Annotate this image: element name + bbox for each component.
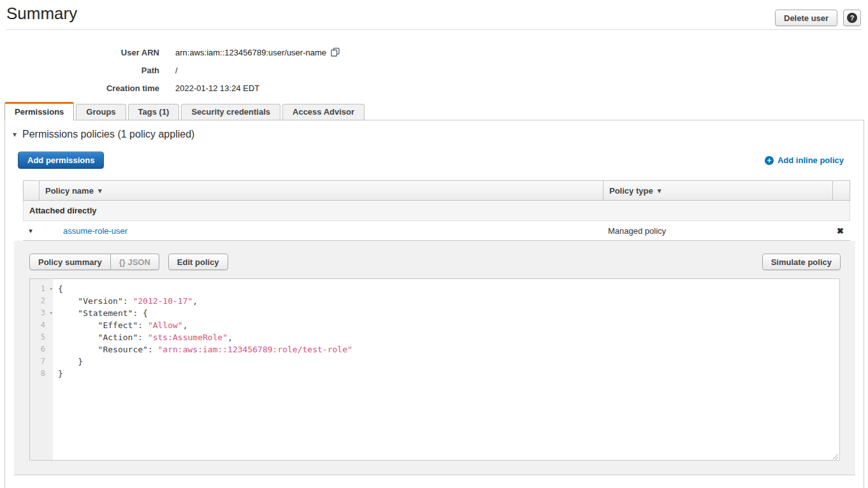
user-summary-fields: User ARN arn:aws:iam::123456789:user/use… [0, 43, 340, 97]
field-row-user-arn: User ARN arn:aws:iam::123456789:user/use… [0, 43, 340, 61]
code-line: "Resource": "arn:aws:iam::123456789:role… [58, 343, 839, 355]
policy-type-value: Managed policy [602, 226, 832, 236]
editor-resize-handle[interactable] [830, 451, 839, 459]
user-arn-value: arn:aws:iam::123456789:user/user-name [175, 48, 326, 57]
policy-summary-button[interactable]: Policy summary [29, 254, 111, 270]
add-inline-policy-link[interactable]: + Add inline policy [765, 155, 844, 165]
json-view-button[interactable]: {} JSON [111, 254, 159, 270]
gutter-line-number: 8 [30, 368, 53, 380]
policy-table-row: ▾ assume-role-user Managed policy ✖ [23, 221, 850, 241]
expand-column-header [24, 181, 39, 200]
actions-column-header [832, 181, 850, 200]
path-label: Path [0, 66, 159, 75]
gutter-line-number: 3▾ [30, 307, 53, 319]
permissions-policies-section-toggle[interactable]: ▾ Permissions policies (1 policy applied… [13, 129, 194, 140]
delete-user-button[interactable]: Delete user [775, 10, 837, 26]
tab-bar: Permissions Groups Tags (1) Security cre… [4, 102, 365, 120]
gutter-line-number: 4 [30, 319, 53, 331]
simulate-policy-button[interactable]: Simulate policy [762, 254, 841, 270]
iam-user-summary-page: Summary Delete user ? User ARN arn:aws:i… [0, 0, 868, 488]
sort-caret-icon: ▾ [658, 187, 662, 195]
code-line: "Version": "2012-10-17", [58, 295, 839, 307]
tab-groups[interactable]: Groups [76, 104, 126, 120]
add-permissions-button[interactable]: Add permissions [18, 152, 104, 169]
gutter-line-number: 6 [30, 343, 53, 355]
creation-time-label: Creation time [0, 83, 159, 93]
add-inline-policy-label: Add inline policy [778, 155, 844, 165]
policies-table-header: Policy name ▾ Policy type ▾ [23, 180, 850, 201]
tab-tags[interactable]: Tags (1) [128, 104, 180, 120]
sort-caret-icon: ▾ [98, 187, 102, 195]
plus-circle-icon: + [765, 156, 774, 165]
policy-view-switcher: Policy summary {} JSON Edit policy [29, 254, 228, 270]
code-line: } [58, 355, 839, 368]
edit-policy-button[interactable]: Edit policy [168, 254, 228, 270]
policies-table: Policy name ▾ Policy type ▾ Attached dir… [23, 180, 850, 241]
policy-type-column-header[interactable]: Policy type ▾ [603, 181, 832, 200]
editor-code[interactable]: { "Version": "2012-10-17", "Statement": … [53, 279, 839, 460]
code-line: "Effect": "Allow", [58, 319, 839, 331]
header-divider [6, 29, 862, 30]
page-title: Summary [6, 4, 77, 24]
creation-time-value: 2022-01-12 13:24 EDT [175, 83, 259, 93]
help-icon: ? [847, 13, 857, 23]
detach-policy-icon[interactable]: ✖ [832, 226, 849, 236]
policy-name-column-header[interactable]: Policy name ▾ [39, 181, 603, 200]
field-row-path: Path / [0, 61, 340, 79]
attached-directly-group-row: Attached directly [23, 201, 850, 221]
user-arn-label: User ARN [0, 48, 159, 57]
path-value: / [175, 66, 178, 75]
section-collapse-caret-icon: ▾ [13, 130, 17, 139]
policy-json-editor: 1▾23▾45678 { "Version": "2012-10-17", "S… [29, 278, 840, 461]
tab-security-credentials[interactable]: Security credentials [181, 104, 280, 120]
code-line: "Statement": { [58, 307, 839, 319]
tab-access-advisor[interactable]: Access Advisor [282, 104, 365, 120]
help-button[interactable]: ? [843, 10, 861, 26]
code-line: "Action": "sts:AssumeRole", [58, 331, 839, 343]
copy-arn-icon[interactable] [331, 48, 340, 57]
gutter-line-number: 2 [30, 295, 53, 307]
policy-name-link[interactable]: assume-role-user [38, 226, 602, 236]
code-line: { [58, 283, 839, 295]
policy-detail-expanded-area: Policy summary {} JSON Edit policy Simul… [14, 241, 855, 475]
tab-permissions[interactable]: Permissions [4, 102, 74, 120]
gutter-line-number: 5 [30, 331, 53, 343]
field-row-creation-time: Creation time 2022-01-12 13:24 EDT [0, 79, 340, 97]
row-expand-caret-icon[interactable]: ▾ [23, 227, 38, 235]
editor-gutter: 1▾23▾45678 [30, 279, 53, 460]
code-line: } [58, 368, 839, 380]
gutter-line-number: 1▾ [30, 283, 53, 295]
permissions-policies-heading: Permissions policies (1 policy applied) [22, 129, 194, 140]
gutter-line-number: 7 [30, 355, 53, 368]
